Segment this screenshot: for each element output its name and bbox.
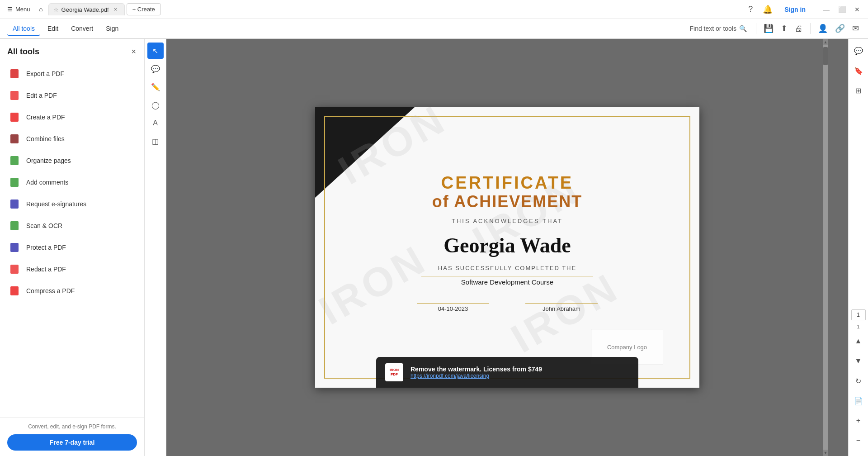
minimize-button[interactable]: — [819, 2, 834, 17]
sidebar-item-combine-files[interactable]: Combine files [4, 128, 141, 150]
title-bar: ☰ Menu ⌂ ☆ Georgia Wade.pdf × + Create ?… [0, 0, 868, 19]
comment-panel-icon: 💬 [854, 47, 863, 55]
sidebar-item-request-esig[interactable]: Request e-signatures [4, 193, 141, 215]
bell-icon: 🔔 [763, 5, 773, 14]
promo-banner[interactable]: IRONPDF Remove the watermark. Licenses f… [376, 357, 638, 388]
bookmark-panel-button[interactable]: 🔖 [850, 62, 867, 79]
home-button[interactable]: ⌂ [36, 4, 47, 14]
scroll-thumb[interactable] [823, 47, 828, 65]
tab-close-button[interactable]: × [112, 5, 120, 14]
sidebar-item-add-comments[interactable]: Add comments [4, 171, 141, 193]
convert-tab[interactable]: Convert [66, 22, 99, 35]
nav-up-button[interactable]: ▲ [850, 333, 867, 349]
save-button[interactable]: 💾 [762, 22, 775, 35]
pdf-tab[interactable]: ☆ Georgia Wade.pdf × [48, 3, 125, 15]
nav-up-icon: ▲ [855, 337, 862, 345]
search-tools[interactable]: Find text or tools 🔍 [686, 23, 751, 34]
right-panel: 💬 🔖 ⊞ 1 1 ▲ ▼ ↻ 📄 + [848, 39, 868, 456]
sidebar-item-organize-pages[interactable]: Organize pages [4, 150, 141, 171]
sidebar-item-create-pdf[interactable]: Create a PDF [4, 106, 141, 128]
zoom-out-button[interactable]: − [850, 432, 867, 449]
mail-icon: ✉ [852, 24, 859, 33]
save-icon: 💾 [764, 24, 774, 33]
menu-label: Menu [15, 6, 30, 13]
svg-rect-2 [10, 113, 19, 122]
cert-date-line [417, 303, 489, 304]
organize-pages-icon [8, 154, 21, 167]
refresh-icon: ↻ [855, 377, 861, 385]
account-button[interactable]: 👤 [816, 22, 830, 35]
maximize-button[interactable]: ⬜ [835, 2, 849, 17]
sidebar-item-scan-ocr[interactable]: Scan & OCR [4, 215, 141, 237]
add-comments-icon [8, 176, 21, 189]
request-esig-icon [8, 198, 21, 210]
select-tool[interactable]: ↖ [147, 43, 164, 59]
sidebar-item-export-pdf[interactable]: Export a PDF [4, 63, 141, 85]
sidebar-item-edit-pdf[interactable]: Edit a PDF [4, 85, 141, 106]
pdf-viewer: IRON IRON IRON IRON CERTIFICATE of ACHIE… [166, 39, 848, 456]
comment-tool[interactable]: 💬 [147, 61, 164, 77]
create-label: + Create [132, 6, 155, 13]
text-tool[interactable]: A [147, 115, 164, 131]
shape-tool[interactable]: ◯ [147, 97, 164, 113]
account-icon: 👤 [818, 24, 828, 33]
redact-pdf-label: Redact a PDF [26, 266, 66, 273]
free-trial-button[interactable]: Free 7-day trial [7, 434, 137, 451]
zoom-in-button[interactable]: + [850, 413, 867, 429]
print-button[interactable]: 🖨 [793, 22, 805, 35]
title-bar-right: ? 🔔 Sign in — ⬜ ✕ [746, 2, 864, 17]
edit-pdf-icon [8, 89, 21, 102]
sidebar-item-protect-pdf[interactable]: Protect a PDF [4, 237, 141, 258]
sidebar-item-compress-pdf[interactable]: Compress a PDF [4, 280, 141, 302]
export-pdf-icon [8, 67, 21, 80]
all-tools-tab[interactable]: All tools [7, 22, 40, 36]
protect-pdf-icon [8, 241, 21, 254]
sidebar-close-button[interactable]: × [130, 46, 137, 57]
mail-button[interactable]: ✉ [850, 22, 861, 35]
draw-tool[interactable]: ✏️ [147, 79, 164, 95]
sidebar-item-redact-pdf[interactable]: Redact a PDF [4, 258, 141, 280]
compress-pdf-label: Compress a PDF [26, 287, 75, 294]
redact-pdf-icon [8, 263, 21, 276]
cert-acknowledges: THIS ACKNOWLEDGES THAT [452, 218, 563, 224]
menu-button[interactable]: ☰ Menu [4, 4, 34, 14]
scroll-down-button[interactable]: ▼ [823, 450, 828, 456]
page-view-button[interactable]: 📄 [850, 393, 867, 409]
sidebar-footer: Convert, edit, and e-sign PDF forms. Fre… [0, 418, 144, 456]
help-button[interactable]: ? [746, 3, 755, 16]
comment-panel-button[interactable]: 💬 [850, 43, 867, 59]
toolbar-divider [756, 23, 756, 34]
search-icon: 🔍 [739, 25, 747, 32]
request-esig-label: Request e-signatures [26, 200, 86, 208]
main-toolbar: All tools Edit Convert Sign Find text or… [0, 19, 868, 39]
grid-panel-icon: ⊞ [855, 86, 861, 95]
upload-button[interactable]: ⬆ [779, 22, 789, 35]
protect-pdf-label: Protect a PDF [26, 244, 66, 251]
sign-tab[interactable]: Sign [100, 22, 124, 35]
nav-down-button[interactable]: ▼ [850, 353, 867, 369]
toolbar-divider-2 [810, 23, 811, 34]
sign-in-button[interactable]: Sign in [781, 4, 809, 15]
organize-pages-label: Organize pages [26, 157, 71, 164]
help-icon: ? [748, 5, 753, 14]
scroll-track[interactable]: ▲ ▼ [823, 39, 828, 456]
erase-tool[interactable]: ◫ [147, 133, 164, 149]
sidebar-header: All tools × [0, 39, 144, 63]
cert-recipient-name: Georgia Wade [443, 233, 571, 257]
promo-main-text: Remove the watermark. Licenses from $749 [410, 366, 629, 373]
cert-title: CERTIFICATE [441, 174, 573, 193]
scan-ocr-label: Scan & OCR [26, 222, 62, 229]
right-panel-bottom: 1 1 ▲ ▼ ↻ 📄 + − [850, 309, 867, 452]
grid-panel-button[interactable]: ⊞ [850, 82, 867, 99]
create-button[interactable]: + Create [127, 3, 161, 15]
scroll-up-button[interactable]: ▲ [823, 39, 828, 45]
notification-button[interactable]: 🔔 [761, 3, 774, 16]
scan-ocr-icon [8, 219, 21, 232]
refresh-button[interactable]: ↻ [850, 373, 867, 389]
link-button[interactable]: 🔗 [833, 22, 847, 35]
cert-signatory-sig: John Abraham [525, 303, 598, 312]
close-button[interactable]: ✕ [850, 2, 864, 17]
svg-rect-6 [10, 200, 19, 209]
edit-tab[interactable]: Edit [42, 22, 64, 35]
create-pdf-label: Create a PDF [26, 114, 65, 121]
